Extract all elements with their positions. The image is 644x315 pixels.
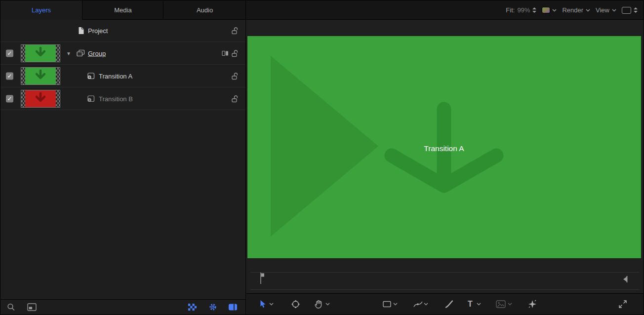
lock-icon[interactable]: [232, 49, 239, 57]
project-file-icon: [78, 27, 84, 35]
layer-visibility-checkbox[interactable]: ✓: [6, 72, 13, 79]
lock-icon[interactable]: [232, 72, 239, 79]
select-tool-chevron-icon[interactable]: [269, 303, 274, 306]
view-menu[interactable]: View: [596, 6, 616, 14]
render-label: Render: [562, 6, 583, 14]
bezier-curve-icon: [413, 301, 423, 308]
check-icon: ✓: [7, 73, 12, 79]
select-transform-tool[interactable]: [259, 300, 266, 309]
project-row[interactable]: Project: [0, 20, 245, 42]
tools-toolbar: T: [246, 293, 644, 315]
color-swatch-icon: [542, 7, 550, 13]
motion-window: Layers Media Audio Fit: 99% Render View: [0, 0, 644, 315]
timeline-track-bottom-line: [250, 289, 640, 290]
layer-row-transition-a[interactable]: ✓ Transition A: [0, 65, 245, 87]
tab-layers[interactable]: Layers: [0, 0, 82, 20]
lock-icon[interactable]: [232, 95, 239, 102]
rectangle-icon: [383, 301, 391, 308]
view-label: View: [596, 6, 609, 14]
text-tool-chevron-icon[interactable]: [477, 303, 481, 306]
timeline-track-top-line: [250, 272, 640, 273]
layer-thumbnail[interactable]: [21, 90, 60, 108]
layer-label[interactable]: Transition B: [99, 95, 133, 102]
fit-label: Fit:: [506, 6, 515, 14]
check-icon: ✓: [7, 50, 12, 56]
layers-footer-bar: [0, 299, 246, 315]
viewer-area[interactable]: Transition A: [246, 20, 644, 293]
chevron-down-icon: [552, 9, 557, 12]
layer-thumbnail[interactable]: [21, 67, 60, 85]
canvas[interactable]: Transition A: [247, 36, 641, 258]
top-bar: Layers Media Audio Fit: 99% Render View: [0, 0, 644, 20]
sparkle-icon: [528, 300, 537, 309]
zoom-value: 99%: [517, 6, 530, 14]
adjust-item-tool[interactable]: [291, 300, 300, 309]
bezier-tool-chevron-icon[interactable]: [424, 303, 428, 306]
tab-layers-label: Layers: [32, 6, 51, 14]
gear-icon[interactable]: [208, 303, 217, 312]
disclosure-triangle-icon[interactable]: ▼: [66, 50, 71, 56]
fit-zoom-control[interactable]: Fit: 99%: [506, 6, 536, 14]
canvas-layer-text: Transition A: [424, 144, 464, 153]
hand-icon: [315, 300, 323, 309]
mask-tool-chevron-icon[interactable]: [508, 303, 512, 306]
layer-row-transition-b[interactable]: ✓ Transition B: [0, 87, 245, 110]
check-icon: ✓: [7, 96, 12, 102]
behaviors-tool[interactable]: [528, 300, 537, 309]
playhead-marker-icon[interactable]: [260, 273, 265, 286]
media-layer-icon: [87, 73, 95, 79]
display-icon: [622, 7, 631, 14]
viewer-toolbar: Fit: 99% Render View: [506, 0, 638, 20]
render-menu[interactable]: Render: [562, 6, 590, 14]
display-control[interactable]: [622, 7, 638, 14]
tab-media[interactable]: Media: [83, 0, 163, 20]
play-range-end-marker-icon[interactable]: [622, 276, 628, 285]
text-tool[interactable]: T: [468, 300, 473, 309]
thumbnail-green-arrow: [25, 68, 56, 84]
group-icon: [77, 49, 85, 57]
filmstrip-sprocket: [56, 68, 60, 84]
fullscreen-toggle[interactable]: [618, 300, 627, 309]
layer-visibility-checkbox[interactable]: ✓: [6, 49, 13, 57]
preview-frame-icon[interactable]: [27, 303, 37, 311]
thumbnail-red-arrow: [25, 90, 56, 107]
filmstrip-sprocket: [56, 90, 60, 107]
transparency-checkerboard-icon[interactable]: [188, 304, 197, 311]
layers-panel: Project ✓ ▼: [0, 20, 246, 299]
zoom-stepper-icon[interactable]: [532, 7, 536, 13]
layer-visibility-checkbox[interactable]: ✓: [6, 95, 13, 102]
mask-image-tool[interactable]: [496, 300, 506, 308]
layer-label[interactable]: Transition A: [99, 72, 132, 79]
adjust-handles-icon: [291, 300, 300, 309]
media-layer-icon: [87, 95, 95, 102]
shape-tool-chevron-icon[interactable]: [393, 303, 398, 306]
shape-tool[interactable]: [383, 301, 391, 308]
layers-pane-toggle-icon[interactable]: [228, 304, 238, 311]
filmstrip-sprocket: [21, 90, 25, 107]
cursor-arrow-icon: [259, 300, 266, 309]
search-icon[interactable]: [7, 303, 15, 312]
layer-label[interactable]: Group: [88, 49, 106, 57]
expand-arrows-icon: [618, 300, 627, 309]
paint-stroke-icon: [445, 300, 453, 309]
tab-audio-label: Audio: [197, 6, 213, 14]
image-icon: [496, 300, 506, 308]
filmstrip-sprocket: [21, 45, 25, 62]
lock-icon[interactable]: [232, 27, 239, 35]
tab-audio[interactable]: Audio: [164, 0, 246, 20]
isolate-icon[interactable]: [222, 50, 229, 56]
bezier-tool[interactable]: [413, 301, 423, 308]
chevron-down-icon: [586, 9, 590, 12]
chevron-down-icon: [612, 9, 616, 12]
channel-swatch-menu[interactable]: [542, 7, 557, 13]
tab-media-label: Media: [114, 6, 131, 14]
pan-tool[interactable]: [315, 300, 323, 309]
thumbnail-green-arrow: [25, 45, 56, 62]
pan-tool-chevron-icon[interactable]: [325, 303, 330, 306]
layer-row-group[interactable]: ✓ ▼ Group: [0, 42, 245, 65]
project-label: Project: [88, 27, 108, 35]
layer-thumbnail[interactable]: [21, 44, 60, 62]
filmstrip-sprocket: [56, 45, 60, 62]
display-stepper-icon: [634, 7, 638, 13]
paint-stroke-tool[interactable]: [445, 300, 453, 309]
